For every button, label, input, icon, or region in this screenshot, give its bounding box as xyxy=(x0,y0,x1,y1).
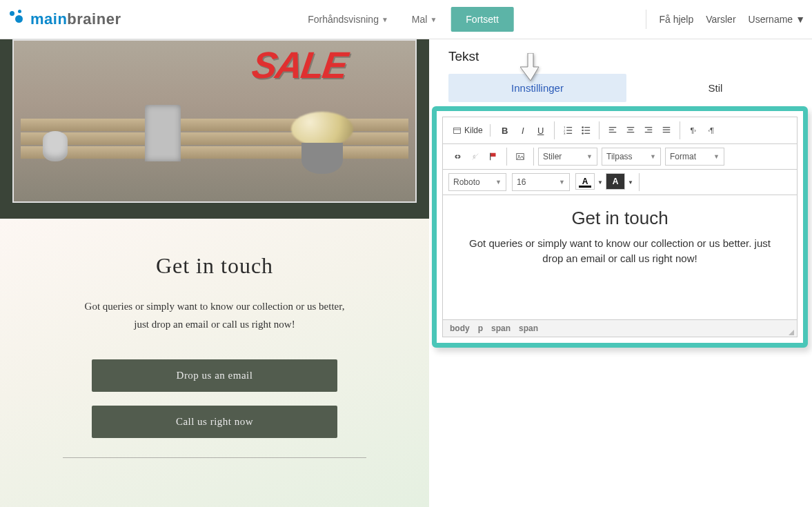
nav-template-dropdown[interactable]: Mal ▼ xyxy=(402,8,446,30)
main-split: SALE Get in touch Got queries or simply … xyxy=(0,39,812,507)
divider xyxy=(646,10,646,29)
username-label: Username xyxy=(749,14,793,25)
align-right-button[interactable] xyxy=(640,121,657,139)
rtl-button[interactable]: ‹¶ xyxy=(702,121,720,139)
contact-section: Get in touch Got queries or simply want … xyxy=(0,219,429,507)
caret-down-icon: ▼ xyxy=(586,153,593,160)
arrow-down-icon xyxy=(520,53,541,85)
brand-name: mainbrainer xyxy=(30,10,121,28)
tab-bar: Innstillinger Stil xyxy=(448,74,808,102)
email-preview-pane: SALE Get in touch Got queries or simply … xyxy=(0,39,429,507)
fontsize-select[interactable]: 16▼ xyxy=(512,173,570,191)
link-button[interactable] xyxy=(448,148,466,166)
path-p[interactable]: p xyxy=(478,324,483,333)
align-center-button[interactable] xyxy=(622,121,640,139)
editor-toolbar-row3: Roboto▼ 16▼ A ▼ A ▼ xyxy=(443,170,797,195)
numbered-list-button[interactable]: 123 xyxy=(559,121,577,139)
top-navbar: mainbrainer Forhåndsvisning ▼ Mal ▼ Fort… xyxy=(0,0,812,39)
hero-block: SALE xyxy=(0,39,429,219)
svg-text:3: 3 xyxy=(564,132,566,135)
editor-highlight-frame: Kilde B I U 123 xyxy=(432,106,808,348)
format-select[interactable]: Format▼ xyxy=(665,148,724,166)
svg-point-30 xyxy=(518,155,519,157)
properties-panel: Tekst Innstillinger Stil Kilde B I xyxy=(429,39,812,507)
nav-preview-dropdown[interactable]: Forhåndsvisning ▼ xyxy=(298,8,398,30)
nav-template-label: Mal xyxy=(412,14,428,25)
email-button[interactable]: Drop us an email xyxy=(92,359,337,392)
align-left-button[interactable] xyxy=(604,121,622,139)
svg-point-10 xyxy=(582,130,584,132)
styles-select[interactable]: Stiler▼ xyxy=(538,148,597,166)
caret-down-icon: ▼ xyxy=(650,153,656,160)
path-body[interactable]: body xyxy=(450,324,470,333)
editor-toolbar-row2: Stiler▼ Tilpass▼ Format▼ xyxy=(443,144,797,170)
help-link[interactable]: Få hjelp xyxy=(659,14,693,25)
caret-down-icon: ▼ xyxy=(495,179,502,186)
anchor-button[interactable] xyxy=(484,148,502,166)
caret-down-icon: ▼ xyxy=(382,16,388,23)
svg-point-12 xyxy=(582,132,584,135)
rich-text-editor: Kilde B I U 123 xyxy=(442,117,798,337)
contact-description[interactable]: Got queries or simply want to know our c… xyxy=(41,298,388,333)
logo-mark-icon xyxy=(7,10,26,29)
divider xyxy=(63,457,366,458)
caret-down-icon: ▼ xyxy=(559,179,565,186)
underline-button[interactable]: U xyxy=(532,121,550,139)
flowers-icon xyxy=(284,112,360,174)
align-justify-button[interactable] xyxy=(657,121,675,139)
source-button[interactable]: Kilde xyxy=(448,124,491,137)
caret-down-icon: ▼ xyxy=(795,14,805,25)
svg-point-8 xyxy=(582,126,584,128)
nav-center: Forhåndsvisning ▼ Mal ▼ Fortsett xyxy=(298,7,514,32)
bold-button[interactable]: B xyxy=(496,121,514,139)
unlink-button[interactable] xyxy=(466,148,484,166)
ltr-button[interactable]: ¶› xyxy=(684,121,702,139)
svg-rect-0 xyxy=(454,128,461,133)
svg-rect-27 xyxy=(491,153,496,157)
editor-toolbar-row1: Kilde B I U 123 xyxy=(443,117,797,144)
text-color-button[interactable]: A xyxy=(575,173,595,190)
panel-title: Tekst xyxy=(448,49,808,64)
contact-title[interactable]: Get in touch xyxy=(41,253,388,279)
sale-text: SALE xyxy=(250,43,350,86)
editor-content-area[interactable]: Get in touch Got queries or simply want … xyxy=(443,195,797,319)
editor-statusbar: body p span span xyxy=(443,319,797,337)
fit-select[interactable]: Tilpass▼ xyxy=(602,148,661,166)
italic-button[interactable]: I xyxy=(514,121,532,139)
text-color-dropdown[interactable]: ▼ xyxy=(596,173,604,191)
continue-button[interactable]: Fortsett xyxy=(450,7,513,32)
bullet-list-button[interactable] xyxy=(577,121,595,139)
bg-color-button[interactable]: A xyxy=(606,173,625,190)
alerts-link[interactable]: Varsler xyxy=(706,14,735,25)
call-button[interactable]: Call us right now xyxy=(92,406,337,438)
resize-handle-icon[interactable] xyxy=(787,328,794,335)
editor-paragraph: Got queries or simply want to know our c… xyxy=(461,236,779,266)
caret-down-icon: ▼ xyxy=(430,16,437,23)
bg-color-dropdown[interactable]: ▼ xyxy=(626,173,635,191)
hero-image[interactable]: SALE xyxy=(12,39,417,203)
image-button[interactable] xyxy=(511,148,529,166)
font-select[interactable]: Roboto▼ xyxy=(448,173,506,191)
lantern-icon xyxy=(145,105,181,161)
nav-preview-label: Forhåndsvisning xyxy=(308,14,379,25)
candle-icon xyxy=(43,131,68,161)
username-dropdown[interactable]: Username ▼ xyxy=(749,14,805,25)
tab-style[interactable]: Stil xyxy=(626,74,804,102)
caret-down-icon: ▼ xyxy=(713,153,720,160)
editor-heading: Get in touch xyxy=(461,208,779,229)
nav-right: Få hjelp Varsler Username ▼ xyxy=(646,10,805,29)
path-span2[interactable]: span xyxy=(519,324,538,333)
brand-logo: mainbrainer xyxy=(7,10,121,29)
path-span1[interactable]: span xyxy=(491,324,511,333)
